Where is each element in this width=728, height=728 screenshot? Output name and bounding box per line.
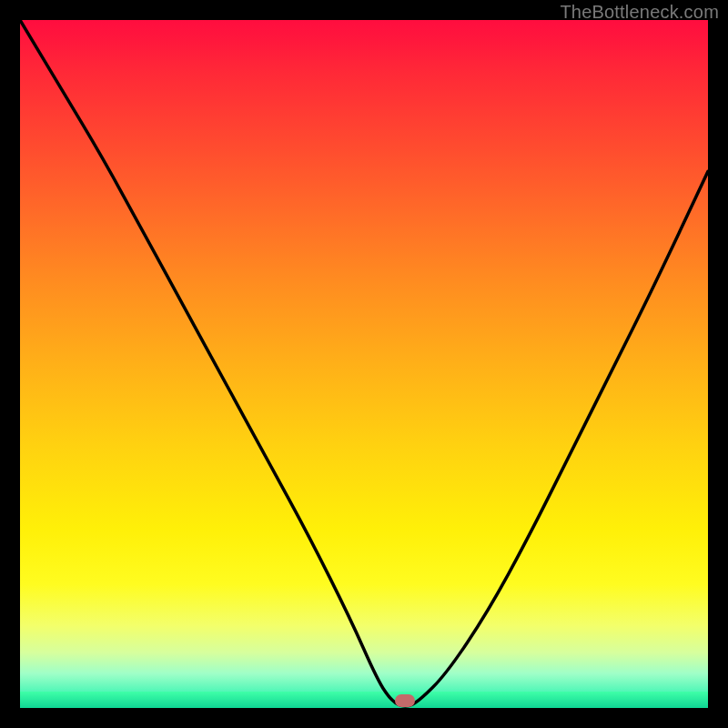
plot-area <box>20 20 708 708</box>
bottleneck-curve <box>20 20 708 708</box>
chart-frame: TheBottleneck.com <box>0 0 728 728</box>
optimal-point-marker <box>395 694 415 707</box>
attribution-label: TheBottleneck.com <box>560 2 719 23</box>
bottleneck-curve-path <box>20 20 708 706</box>
